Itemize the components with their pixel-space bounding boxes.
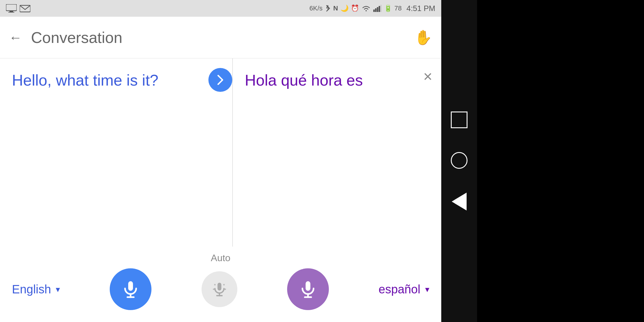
lang-left: English ▾ xyxy=(12,283,60,296)
svg-rect-0 xyxy=(6,4,17,11)
time-display: 4:51 PM xyxy=(406,4,435,13)
svg-rect-10 xyxy=(128,281,133,291)
source-language-label[interactable]: English xyxy=(12,283,51,296)
translated-text: Hola qué hora es xyxy=(245,70,429,91)
svg-point-17 xyxy=(223,284,225,285)
svg-rect-1 xyxy=(10,11,13,12)
target-language-dropdown-icon[interactable]: ▾ xyxy=(425,284,429,294)
toolbar: ← Conversation ✋ xyxy=(0,17,441,58)
back-button[interactable]: ← xyxy=(9,30,22,45)
auto-mic-button[interactable] xyxy=(202,271,237,307)
status-bar-left xyxy=(6,4,30,13)
status-bar-right: 6K/s N 🌙 ⏰ 🔋 78 4:51 PM xyxy=(309,4,435,13)
target-language-label[interactable]: español xyxy=(379,283,420,296)
svg-rect-6 xyxy=(375,8,377,12)
svg-point-18 xyxy=(213,288,214,290)
bottom-controls: Auto English ▾ xyxy=(0,247,441,322)
status-bar: 6K/s N 🌙 ⏰ 🔋 78 4:51 PM xyxy=(0,0,441,17)
svg-rect-7 xyxy=(377,7,378,12)
svg-rect-5 xyxy=(373,10,375,12)
speed-indicator: 6K/s xyxy=(309,4,323,12)
hand-icon[interactable]: ✋ xyxy=(414,29,432,46)
battery-level: 78 xyxy=(394,4,402,12)
left-panel: Hello, what time is it? xyxy=(0,58,208,247)
svg-point-16 xyxy=(214,284,216,285)
svg-rect-2 xyxy=(8,12,14,13)
translation-area: Hello, what time is it? Hola qué hora es… xyxy=(0,58,441,247)
source-language-dropdown-icon[interactable]: ▾ xyxy=(56,284,60,294)
auto-label: Auto xyxy=(211,253,230,264)
android-nav-bar xyxy=(441,0,477,322)
svg-rect-8 xyxy=(379,6,380,12)
source-mic-button[interactable] xyxy=(110,268,151,310)
source-text: Hello, what time is it? xyxy=(12,70,196,91)
svg-rect-13 xyxy=(217,283,221,290)
svg-rect-9 xyxy=(380,5,382,12)
translate-arrow-container xyxy=(208,58,232,247)
svg-point-19 xyxy=(224,288,226,290)
page-title: Conversation xyxy=(31,29,414,47)
lang-right: español ▾ xyxy=(379,283,429,296)
close-button[interactable]: × xyxy=(423,67,432,85)
home-button[interactable] xyxy=(451,152,467,169)
black-area xyxy=(477,0,644,322)
svg-rect-20 xyxy=(306,281,310,291)
target-mic-button[interactable] xyxy=(287,268,329,310)
recents-button[interactable] xyxy=(451,112,467,128)
back-nav-button[interactable] xyxy=(452,193,467,210)
mic-row: English ▾ xyxy=(12,268,429,310)
translate-arrow-button[interactable] xyxy=(208,68,232,92)
svg-point-4 xyxy=(366,10,367,11)
right-panel: Hola qué hora es × xyxy=(233,58,441,247)
